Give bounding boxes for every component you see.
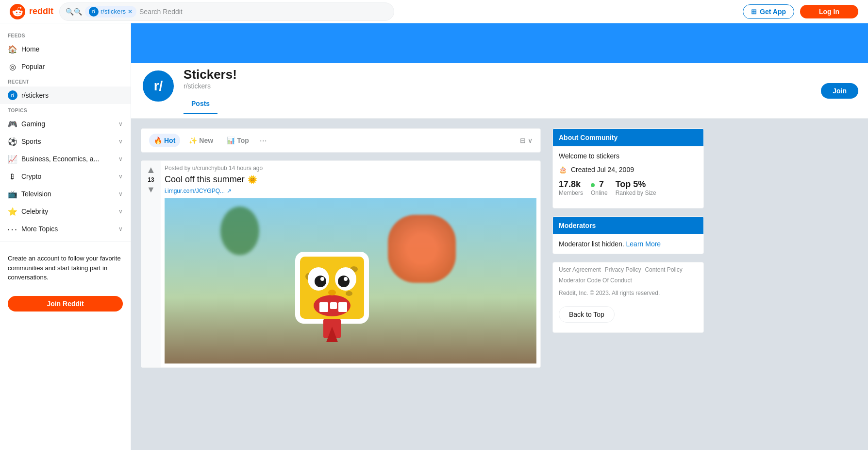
svg-point-11 xyxy=(344,277,348,281)
upvote-button[interactable]: ▲ xyxy=(146,165,156,174)
content-policy-link[interactable]: Content Policy xyxy=(645,266,682,273)
top-icon: 📊 xyxy=(227,137,235,144)
topics-label: TOPICS xyxy=(0,104,131,115)
sidebar-cta: Create an account to follow your favorit… xyxy=(0,246,131,290)
new-label: New xyxy=(199,137,213,144)
header-right: ⊞ Get App Log In xyxy=(743,4,858,19)
online-label: Online xyxy=(591,190,608,196)
get-app-button[interactable]: ⊞ Get App xyxy=(743,4,794,19)
right-sidebar: About Community Welcome to stickers 🎂 Cr… xyxy=(552,128,704,374)
join-reddit-button[interactable]: Join Reddit xyxy=(8,296,123,312)
svg-rect-15 xyxy=(338,302,347,312)
feeds-label: FEEDS xyxy=(0,29,131,40)
members-count: 17.8k xyxy=(559,179,583,190)
login-button[interactable]: Log In xyxy=(800,5,858,18)
recent-label: RECENT xyxy=(0,75,131,87)
view-toggle[interactable]: ⊟ ∨ xyxy=(520,137,533,144)
logo[interactable]: reddit xyxy=(10,4,53,19)
svg-point-16 xyxy=(328,290,336,295)
sticker-scene xyxy=(165,198,536,363)
hot-icon: 🔥 xyxy=(154,137,162,144)
learn-more-link[interactable]: Learn More xyxy=(626,240,661,248)
sort-top-button[interactable]: 📊 Top xyxy=(222,134,254,147)
sidebar-item-celebrity[interactable]: ⭐ Celebrity ∨ xyxy=(0,203,131,220)
sidebar-popular-label: Popular xyxy=(21,63,123,70)
subreddit-avatar: r/ xyxy=(141,69,176,104)
search-tag-icon: r/ xyxy=(89,7,99,17)
sidebar-stickers-label: r/stickers xyxy=(21,91,123,99)
post-link[interactable]: i.imgur.com/JCYGPQ... ↗ xyxy=(165,188,536,194)
online-dot xyxy=(591,183,595,187)
sports-chevron-icon: ∨ xyxy=(118,138,123,145)
top-label: Top xyxy=(237,137,249,144)
sort-bar: 🔥 Hot ✨ New 📊 Top ··· ⊟ ∨ xyxy=(141,128,541,153)
qr-icon: ⊞ xyxy=(751,8,757,16)
avatar-text: r/ xyxy=(154,78,163,94)
moderator-code-link[interactable]: Moderator Code Of Conduct xyxy=(559,277,632,284)
search-tag[interactable]: r/ r/stickers ✕ xyxy=(85,6,136,17)
sidebar-item-sports[interactable]: ⚽ Sports ∨ xyxy=(0,133,131,150)
svg-rect-14 xyxy=(330,302,337,309)
post-title-emoji: 🌞 xyxy=(248,175,257,184)
members-label: Members xyxy=(559,190,583,196)
sort-new-button[interactable]: ✨ New xyxy=(184,134,218,147)
svg-point-8 xyxy=(315,276,326,287)
sidebar-celebrity-label: Celebrity xyxy=(21,208,115,215)
svg-point-10 xyxy=(320,277,324,281)
television-chevron-icon: ∨ xyxy=(118,190,123,197)
sidebar-item-stickers[interactable]: r/ r/stickers xyxy=(0,87,131,104)
post-card-inner: ▲ 13 ▼ Posted by u/crunchybub 14 hours a… xyxy=(141,161,540,367)
sidebar-item-popular[interactable]: ◎ Popular xyxy=(0,58,131,75)
sidebar-item-crypto[interactable]: ₿ Crypto ∨ xyxy=(0,168,131,185)
back-to-top-button[interactable]: Back to Top xyxy=(559,306,615,323)
post-content: Posted by u/crunchybub 14 hours ago Cool… xyxy=(161,161,540,367)
more-topics-icon: ··· xyxy=(8,224,17,234)
business-chevron-icon: ∨ xyxy=(118,156,123,162)
sidebar-television-label: Television xyxy=(21,190,115,198)
subreddit-nav-posts[interactable]: Posts xyxy=(184,94,217,114)
privacy-policy-link[interactable]: Privacy Policy xyxy=(605,266,641,273)
svg-rect-13 xyxy=(319,302,328,312)
sort-hot-button[interactable]: 🔥 Hot xyxy=(149,134,180,147)
post-title[interactable]: Cool off this summer 🌞 xyxy=(165,174,536,185)
celebrity-icon: ⭐ xyxy=(8,207,17,216)
bg-plant xyxy=(220,207,259,255)
search-bar[interactable]: 🔍 r/ r/stickers ✕ Search Reddit xyxy=(59,2,394,21)
subreddit-nav: Posts xyxy=(184,94,813,114)
cake-icon: 🎂 xyxy=(559,166,567,173)
svg-point-9 xyxy=(338,276,350,287)
post-link-text: i.imgur.com/JCYGPQ... xyxy=(165,188,225,194)
subreddit-name: Stickers! xyxy=(184,67,813,82)
about-community-card: About Community Welcome to stickers 🎂 Cr… xyxy=(552,128,704,208)
search-tag-close[interactable]: ✕ xyxy=(128,8,133,15)
post-time: 14 hours ago xyxy=(229,165,263,172)
sidebar-item-home[interactable]: 🏠 Home xyxy=(0,40,131,58)
footer-links-card: User Agreement Privacy Policy Content Po… xyxy=(552,262,704,333)
sports-icon: ⚽ xyxy=(8,137,17,146)
sort-more-button[interactable]: ··· xyxy=(260,136,267,146)
about-stats: 17.8k Members 7 Online Top 5% xyxy=(559,179,698,196)
post-meta: Posted by u/crunchybub 14 hours ago xyxy=(165,165,536,172)
user-agreement-link[interactable]: User Agreement xyxy=(559,266,601,273)
post-link-icon: ↗ xyxy=(227,188,232,194)
created-date: Created Jul 24, 2009 xyxy=(571,166,634,173)
sidebar-more-topics-label: More Topics xyxy=(21,225,115,233)
sidebar: FEEDS 🏠 Home ◎ Popular RECENT r/ r/stick… xyxy=(0,23,131,383)
more-topics-chevron-icon: ∨ xyxy=(118,225,123,232)
about-welcome: Welcome to stickers xyxy=(559,152,698,160)
sidebar-item-more-topics[interactable]: ··· More Topics ∨ xyxy=(0,220,131,238)
sidebar-item-television[interactable]: 📺 Television ∨ xyxy=(0,185,131,203)
footer-links: User Agreement Privacy Policy Content Po… xyxy=(553,262,703,288)
content-area: 🔥 Hot ✨ New 📊 Top ··· ⊟ ∨ xyxy=(131,119,714,383)
subreddit-join-button[interactable]: Join xyxy=(821,83,858,99)
search-tag-label: r/stickers xyxy=(100,8,126,15)
sidebar-item-gaming[interactable]: 🎮 Gaming ∨ xyxy=(0,115,131,133)
header: reddit 🔍 r/ r/stickers ✕ Search Reddit ⊞… xyxy=(0,0,868,23)
sidebar-sports-label: Sports xyxy=(21,138,115,145)
downvote-button[interactable]: ▼ xyxy=(147,185,155,194)
sidebar-home-label: Home xyxy=(21,45,123,53)
vote-count: 13 xyxy=(148,176,154,183)
sidebar-item-business[interactable]: 📈 Business, Economics, a... ∨ xyxy=(0,150,131,168)
subreddit-slug: r/stickers xyxy=(184,82,813,90)
search-icon: 🔍 xyxy=(66,8,82,16)
